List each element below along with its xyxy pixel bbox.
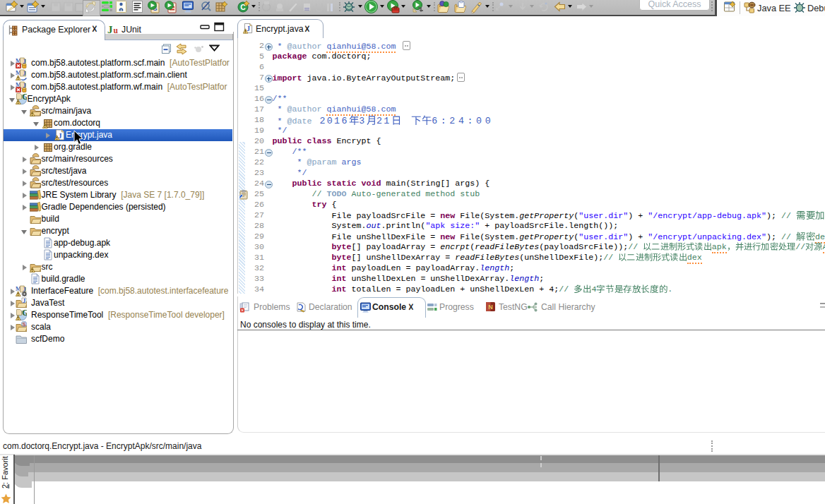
svg-text:J: J [23,70,26,77]
svg-text:J: J [59,132,62,140]
svg-text:N: N [488,304,493,311]
svg-text:J: J [247,25,250,32]
svg-text:J: J [23,298,25,304]
svg-text:S: S [22,321,25,328]
svg-text:G: G [22,309,27,317]
svg-text:G: G [22,93,27,101]
